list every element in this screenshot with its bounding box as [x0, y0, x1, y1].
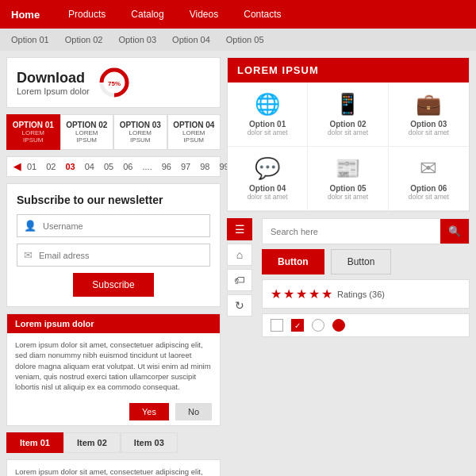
page-98[interactable]: 98: [197, 160, 213, 173]
li-header: LOREM IPSUM: [228, 58, 469, 83]
option-02[interactable]: 📱 Option 02 dolor sit amet: [308, 83, 388, 147]
radio-empty[interactable]: [312, 319, 324, 332]
option-06[interactable]: ✉ Option 06 dolor sit amet: [389, 147, 469, 211]
star-rating: ★ ★ ★ ★ ★: [271, 286, 332, 301]
refresh-icon-btn[interactable]: ↻: [227, 294, 252, 317]
download-banner: Download Lorem Ipsum dolor 75%: [6, 57, 221, 108]
secondary-nav: Option 01 Option 02 Option 03 Option 04 …: [0, 29, 476, 51]
star-3: ★: [296, 286, 307, 301]
tab-option02[interactable]: OPTION 02 LOREM IPSUM: [60, 114, 114, 150]
secnav-opt4[interactable]: Option 04: [172, 35, 210, 44]
nav-contacts[interactable]: Contacts: [231, 0, 294, 29]
option-03[interactable]: 💼 Option 03 dolor sit amet: [389, 83, 469, 147]
email-input[interactable]: [39, 251, 203, 260]
star-5: ★: [321, 286, 332, 301]
progress-donut: 75%: [98, 66, 131, 99]
yes-button[interactable]: Yes: [129, 403, 169, 420]
checkboxes-row: ✓: [262, 313, 470, 337]
items-tab-01[interactable]: Item 01: [6, 432, 63, 453]
star-2: ★: [283, 286, 294, 301]
nav-items: Products Catalog Videos Contacts: [56, 0, 476, 29]
download-text: Download Lorem Ipsum dolor: [17, 70, 90, 96]
tab-option04[interactable]: OPTION 04 LOREM IPSUM: [167, 114, 221, 150]
search-box: 🔍: [262, 218, 470, 244]
tag-icon-btn[interactable]: 🏷: [227, 269, 252, 291]
lorem-header: Lorem ipsum dolor: [7, 314, 220, 333]
options-grid: 🌐 Option 01 dolor sit amet 📱 Option 02 d…: [228, 83, 469, 211]
page-dots: ....: [140, 160, 155, 173]
prev-page[interactable]: ◀: [13, 161, 21, 172]
option-tabs: OPTION 01 LOREM IPSUM OPTION 02 LOREM IP…: [6, 114, 221, 150]
search-input[interactable]: [263, 221, 440, 243]
nav-products[interactable]: Products: [56, 0, 118, 29]
button-row: Button Button: [262, 249, 470, 274]
page-06[interactable]: 06: [120, 160, 136, 173]
main-wrapper: Download Lorem Ipsum dolor 75% OPTION 01…: [0, 51, 476, 476]
radio-circle-filled[interactable]: [332, 319, 345, 332]
page-02[interactable]: 02: [43, 160, 59, 173]
email-row: ✉: [17, 244, 210, 267]
sidebar-icons: ☰ ⌂ 🏷 ↻: [227, 218, 255, 337]
checkbox-box-checked[interactable]: ✓: [291, 319, 304, 332]
username-row: 👤: [17, 214, 210, 237]
option-01[interactable]: 🌐 Option 01 dolor sit amet: [228, 83, 308, 147]
pagination: ◀ 01 02 03 04 05 06 .... 96 97 98 99 ▶: [6, 156, 221, 177]
tab-option03[interactable]: OPTION 03 LOREM IPSUM: [113, 114, 167, 150]
right-bottom: ☰ ⌂ 🏷 ↻ 🔍 Button Button: [227, 218, 470, 337]
username-input[interactable]: [43, 221, 203, 231]
lorem-body: Lorem ipsum dolor sit amet, consectetuer…: [7, 333, 220, 398]
tab-option01[interactable]: OPTION 01 LOREM IPSUM: [6, 114, 60, 150]
search-button[interactable]: 🔍: [440, 219, 469, 244]
page-97[interactable]: 97: [178, 160, 194, 173]
download-subtitle: Lorem Ipsum dolor: [17, 86, 90, 96]
secondary-button[interactable]: Button: [331, 249, 392, 274]
page-04[interactable]: 04: [82, 160, 98, 173]
page-01[interactable]: 01: [24, 160, 40, 173]
items-tab-02[interactable]: Item 02: [63, 432, 121, 453]
star-1: ★: [271, 286, 282, 301]
no-button[interactable]: No: [175, 403, 212, 420]
primary-button[interactable]: Button: [262, 249, 324, 274]
right-column: LOREM IPSUM 🌐 Option 01 dolor sit amet 📱…: [227, 57, 470, 470]
option-05[interactable]: 📰 Option 05 dolor sit amet: [308, 147, 388, 211]
top-nav: Home Products Catalog Videos Contacts: [0, 0, 476, 29]
option-04[interactable]: 💬 Option 04 dolor sit amet: [228, 147, 308, 211]
items-content: Lorem ipsum dolor sit amet, consectetuer…: [6, 459, 221, 476]
search-row: 🔍: [262, 218, 470, 244]
items-tab-03[interactable]: Item 03: [121, 432, 178, 453]
checkbox-box-empty[interactable]: [271, 319, 283, 332]
right-bottom-main: 🔍 Button Button ★ ★ ★ ★ ★: [262, 218, 470, 337]
ratings-row: ★ ★ ★ ★ ★ Ratings (36): [262, 279, 470, 309]
checkbox-checked[interactable]: ✓: [291, 319, 304, 332]
globe-icon: 🌐: [234, 92, 301, 117]
page-96[interactable]: 96: [159, 160, 175, 173]
radio-circle-empty[interactable]: [312, 319, 324, 332]
news-icon: 📰: [314, 156, 381, 181]
secnav-opt5[interactable]: Option 05: [226, 35, 264, 44]
page-03[interactable]: 03: [63, 160, 79, 173]
nav-videos[interactable]: Videos: [177, 0, 231, 29]
checkbox-empty[interactable]: [271, 319, 283, 332]
subscribe-button[interactable]: Subscribe: [73, 273, 153, 297]
secnav-opt3[interactable]: Option 03: [118, 35, 156, 44]
home-icon-btn[interactable]: ⌂: [227, 244, 252, 266]
mail-icon: ✉: [395, 156, 463, 181]
menu-icon-btn[interactable]: ☰: [227, 218, 252, 240]
page-05[interactable]: 05: [101, 160, 117, 173]
newsletter-section: Subscribe to our newsletter 👤 ✉ Subscrib…: [6, 183, 221, 307]
lorem-actions: Yes No: [7, 398, 220, 425]
email-icon: ✉: [24, 249, 33, 261]
briefcase-icon: 💼: [395, 92, 463, 117]
lorem-box: Lorem ipsum dolor Lorem ipsum dolor sit …: [6, 313, 221, 426]
secnav-opt1[interactable]: Option 01: [11, 35, 49, 44]
ratings-label: Ratings (36): [337, 290, 385, 299]
newsletter-title: Subscribe to our newsletter: [17, 194, 210, 206]
left-column: Download Lorem Ipsum dolor 75% OPTION 01…: [6, 57, 221, 470]
nav-catalog[interactable]: Catalog: [118, 0, 176, 29]
secnav-opt2[interactable]: Option 02: [65, 35, 103, 44]
star-4: ★: [309, 286, 320, 301]
radio-filled[interactable]: [332, 319, 345, 332]
download-title: Download: [17, 70, 90, 86]
items-tabs: Item 01 Item 02 Item 03: [6, 432, 221, 453]
nav-home[interactable]: Home: [0, 0, 56, 29]
